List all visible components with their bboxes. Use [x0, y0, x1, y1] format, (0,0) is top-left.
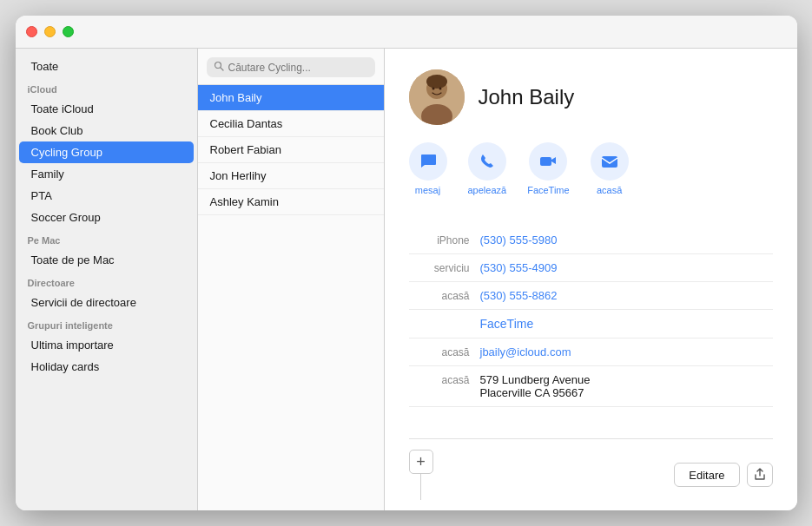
sidebar-item-ultima-importare[interactable]: Ultima importare: [19, 334, 194, 356]
avatar: [409, 69, 465, 125]
close-button[interactable]: [26, 26, 37, 37]
message-icon-bg: [409, 142, 447, 181]
svg-point-7: [439, 88, 441, 90]
contact-item-cecilia-dantas[interactable]: Cecilia Dantas: [198, 111, 384, 137]
sidebar-item-toate-pe-mac[interactable]: Toate de pe Mac: [19, 249, 194, 271]
svg-point-6: [432, 88, 434, 90]
acasa-phone-label: acasă: [409, 289, 470, 302]
sidebar-item-soccer-group[interactable]: Soccer Group: [19, 207, 194, 228]
facetime-row-value[interactable]: FaceTime: [480, 317, 534, 331]
iphone-label: iPhone: [409, 233, 470, 247]
contact-list-panel: John Baily Cecilia Dantas Robert Fabian …: [198, 49, 385, 510]
apeleaza-label: apelează: [468, 185, 507, 195]
info-row-address: acasă 579 Lundberg Avenue Placerville CA…: [409, 366, 773, 407]
share-button[interactable]: [747, 463, 773, 487]
address-value: 579 Lundberg Avenue Placerville CA 95667: [480, 373, 591, 399]
contact-item-robert-fabian[interactable]: Robert Fabian: [198, 137, 384, 163]
sidebar-section-directoare: Directoare: [16, 271, 197, 292]
footer-right: Editare: [674, 463, 772, 487]
acasa-mail-label: acasă: [597, 185, 622, 195]
svg-rect-9: [602, 156, 617, 168]
edit-button[interactable]: Editare: [674, 463, 739, 487]
serviciu-value[interactable]: (530) 555-4909: [480, 261, 558, 274]
contact-item-ashley-kamin[interactable]: Ashley Kamin: [198, 189, 384, 215]
mail-icon-bg: [591, 142, 629, 181]
mesaj-label: mesaj: [415, 185, 440, 195]
contact-header: John Baily: [409, 69, 773, 125]
acasa-email-label: acasă: [409, 345, 470, 358]
add-button[interactable]: +: [409, 450, 433, 474]
detail-panel: John Baily mesaj: [385, 49, 797, 510]
contact-name: John Baily: [479, 85, 575, 109]
facetime-row-label: [409, 317, 470, 318]
minimize-button[interactable]: [44, 26, 56, 37]
email-value[interactable]: jbaily@icloud.com: [480, 345, 571, 358]
info-row-iphone: iPhone (530) 555-5980: [409, 227, 773, 254]
titlebar: [16, 16, 797, 49]
detail-footer: + Editare: [409, 438, 773, 510]
search-bar: [198, 49, 384, 85]
search-icon: [214, 61, 224, 74]
sidebar-item-pta[interactable]: PTA: [19, 185, 194, 207]
action-acasa-mail-button[interactable]: acasă: [591, 142, 629, 195]
sidebar-section-pe-mac: Pe Mac: [16, 228, 197, 249]
action-apeleaza-button[interactable]: apelează: [468, 142, 507, 195]
maximize-button[interactable]: [63, 26, 74, 37]
sidebar-item-toate[interactable]: Toate: [19, 56, 194, 77]
sidebar-item-toate-icloud[interactable]: Toate iCloud: [19, 98, 194, 120]
sidebar-section-icloud: iCloud: [16, 77, 197, 98]
main-content: Toate iCloud Toate iCloud Book Club Cycl…: [16, 49, 797, 510]
video-icon-bg: [529, 142, 567, 181]
info-row-facetime: FaceTime: [409, 310, 773, 339]
sidebar-section-grupuri: Grupuri inteligente: [16, 313, 197, 334]
search-input[interactable]: [228, 62, 368, 74]
svg-point-4: [426, 75, 447, 89]
footer-divider: [420, 474, 421, 500]
sidebar-item-book-club[interactable]: Book Club: [19, 120, 194, 141]
info-row-serviciu: serviciu (530) 555-4909: [409, 254, 773, 282]
info-row-acasa-phone: acasă (530) 555-8862: [409, 282, 773, 310]
share-icon: [753, 467, 767, 483]
acasa-phone-value[interactable]: (530) 555-8862: [480, 289, 558, 302]
iphone-value[interactable]: (530) 555-5980: [480, 233, 558, 247]
sidebar-item-family[interactable]: Family: [19, 163, 194, 185]
action-buttons: mesaj apelează: [409, 142, 773, 209]
action-mesaj-button[interactable]: mesaj: [409, 142, 447, 195]
serviciu-label: serviciu: [409, 261, 470, 274]
sidebar: Toate iCloud Toate iCloud Book Club Cycl…: [16, 49, 198, 510]
svg-point-0: [215, 62, 221, 69]
search-wrapper: [207, 57, 375, 77]
action-facetime-button[interactable]: FaceTime: [527, 142, 570, 195]
info-row-email: acasă jbaily@icloud.com: [409, 339, 773, 366]
svg-rect-8: [540, 157, 551, 166]
contact-item-john-baily[interactable]: John Baily: [198, 85, 384, 111]
contact-item-jon-herlihy[interactable]: Jon Herlihy: [198, 163, 384, 189]
facetime-label: FaceTime: [527, 185, 570, 195]
sidebar-item-servicii-directoare[interactable]: Servicii de directoare: [19, 292, 194, 313]
sidebar-item-cycling-group[interactable]: Cycling Group: [19, 141, 194, 163]
phone-icon-bg: [468, 142, 506, 181]
info-section: iPhone (530) 555-5980 serviciu (530) 555…: [409, 227, 773, 407]
acasa-address-label: acasă: [409, 373, 470, 386]
svg-line-1: [221, 68, 223, 70]
contact-list: John Baily Cecilia Dantas Robert Fabian …: [198, 85, 384, 510]
sidebar-item-holiday-cards[interactable]: Holiday cards: [19, 356, 194, 378]
main-window: Toate iCloud Toate iCloud Book Club Cycl…: [16, 16, 797, 510]
